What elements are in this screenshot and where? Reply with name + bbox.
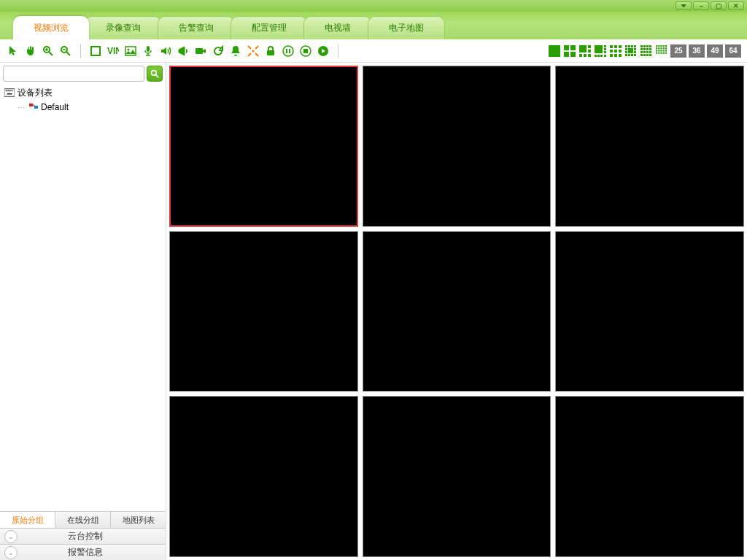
svg-rect-94 xyxy=(4,89,15,97)
hand-icon[interactable] xyxy=(23,44,38,58)
svg-rect-85 xyxy=(660,50,662,51)
layout-16-icon[interactable] xyxy=(640,44,653,58)
lock-icon[interactable] xyxy=(263,44,278,58)
svg-rect-23 xyxy=(588,50,591,52)
svg-rect-96 xyxy=(7,90,9,92)
tab-alarm-query[interactable]: 告警查询 xyxy=(158,16,235,39)
tab-record-query[interactable]: 录像查询 xyxy=(85,16,162,39)
tab-emap[interactable]: 电子地图 xyxy=(368,16,445,39)
image-icon[interactable] xyxy=(123,44,138,58)
close-button[interactable]: ✕ xyxy=(728,1,744,10)
svg-rect-36 xyxy=(614,45,617,48)
zoom-in-icon[interactable] xyxy=(41,44,55,58)
svg-rect-67 xyxy=(646,51,649,53)
device-icon xyxy=(29,104,38,111)
search-button[interactable] xyxy=(147,66,163,82)
zoom-out-icon[interactable] xyxy=(58,44,73,58)
video-cell-4[interactable] xyxy=(169,231,358,392)
video-cell-2[interactable] xyxy=(363,66,551,227)
svg-rect-62 xyxy=(643,48,646,50)
maximize-button[interactable]: ▢ xyxy=(711,1,727,10)
svg-rect-63 xyxy=(646,48,649,50)
video-cell-1[interactable] xyxy=(169,66,358,227)
sidebar-tab-original[interactable]: 原始分组 xyxy=(0,512,55,528)
svg-rect-4 xyxy=(125,47,136,55)
mic-icon[interactable] xyxy=(141,44,155,58)
tab-tv-wall[interactable]: 电视墙 xyxy=(303,16,372,39)
layout-8-icon[interactable] xyxy=(594,44,607,58)
vin2-icon[interactable]: VIN2 xyxy=(106,44,120,58)
svg-rect-70 xyxy=(643,54,646,56)
svg-rect-16 xyxy=(549,45,560,57)
sidebar-tab-map[interactable]: 地图列表 xyxy=(111,512,166,528)
svg-rect-86 xyxy=(663,50,665,51)
volume-icon[interactable] xyxy=(158,44,173,58)
svg-rect-27 xyxy=(595,45,603,53)
layout-20-icon[interactable] xyxy=(655,44,668,58)
svg-rect-65 xyxy=(640,51,643,53)
panel-alarm[interactable]: ⌄ 报警信息 xyxy=(0,544,166,560)
svg-rect-84 xyxy=(658,50,659,51)
svg-rect-89 xyxy=(658,52,659,53)
fullscreen-icon[interactable] xyxy=(88,44,103,58)
pause-icon[interactable] xyxy=(281,44,295,58)
svg-rect-34 xyxy=(604,55,606,57)
tree-root[interactable]: 设备列表 xyxy=(4,86,161,99)
svg-rect-49 xyxy=(628,48,633,53)
bell-icon[interactable] xyxy=(228,44,243,58)
video-cell-7[interactable] xyxy=(169,396,358,557)
pointer-icon[interactable] xyxy=(6,44,20,58)
play-icon[interactable] xyxy=(316,44,330,58)
svg-point-5 xyxy=(128,48,130,50)
tree-connector: ⋯ xyxy=(18,104,25,112)
svg-rect-72 xyxy=(649,54,651,56)
divider xyxy=(338,44,338,58)
layout-49-button[interactable]: 49 xyxy=(707,44,723,58)
layout-6-icon[interactable] xyxy=(578,44,592,58)
svg-rect-21 xyxy=(579,45,587,52)
layout-25-button[interactable]: 25 xyxy=(670,44,686,58)
megaphone-icon[interactable] xyxy=(176,44,190,58)
svg-rect-30 xyxy=(604,51,606,53)
svg-rect-75 xyxy=(660,45,662,47)
svg-rect-74 xyxy=(658,45,659,47)
video-cell-9[interactable] xyxy=(555,396,744,557)
svg-rect-57 xyxy=(640,45,643,47)
video-cell-8[interactable] xyxy=(363,396,551,557)
tree-item-label: Default xyxy=(41,102,69,112)
video-cell-3[interactable] xyxy=(555,66,744,227)
svg-rect-79 xyxy=(658,47,659,49)
layout-1-icon[interactable] xyxy=(548,44,561,58)
layout-9-icon[interactable] xyxy=(609,44,622,58)
sidebar-tab-online[interactable]: 在线分组 xyxy=(55,512,111,528)
video-cell-6[interactable] xyxy=(555,231,744,392)
chevron-down-icon: ⌄ xyxy=(4,530,18,543)
menu-button[interactable]: ⏷ xyxy=(676,1,692,10)
svg-rect-91 xyxy=(663,52,665,53)
search-input[interactable] xyxy=(3,66,144,82)
refresh-icon[interactable] xyxy=(211,44,225,58)
svg-rect-47 xyxy=(634,45,636,47)
svg-rect-51 xyxy=(625,51,627,53)
video-grid-area xyxy=(166,63,747,560)
panel-ptz[interactable]: ⌄ 云台控制 xyxy=(0,528,166,544)
svg-point-93 xyxy=(151,70,156,75)
tree-item-default[interactable]: ⋯ Default xyxy=(4,101,161,114)
video-cell-5[interactable] xyxy=(363,231,551,392)
layout-4-icon[interactable] xyxy=(563,44,576,58)
layout-13-icon[interactable] xyxy=(624,44,638,58)
svg-rect-55 xyxy=(631,54,633,56)
chevron-down-icon: ⌄ xyxy=(4,546,18,559)
layout-64-button[interactable]: 64 xyxy=(725,44,741,58)
svg-rect-50 xyxy=(634,48,636,50)
svg-rect-43 xyxy=(619,54,622,57)
layout-36-button[interactable]: 36 xyxy=(689,44,705,58)
svg-rect-87 xyxy=(665,50,667,51)
center-icon[interactable] xyxy=(246,44,260,58)
minimize-button[interactable]: － xyxy=(693,1,709,10)
svg-rect-42 xyxy=(614,54,617,57)
tab-config[interactable]: 配置管理 xyxy=(231,16,308,39)
tab-video-browse[interactable]: 视频浏览 xyxy=(13,16,89,39)
camera-icon[interactable] xyxy=(193,44,208,58)
stop-icon[interactable] xyxy=(298,44,313,58)
